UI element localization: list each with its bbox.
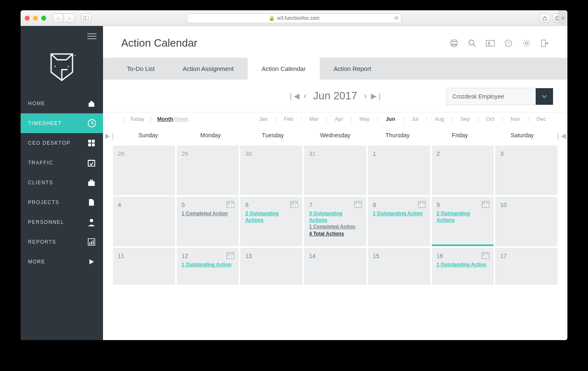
calendar-cell[interactable]: 51 Completed Action: [177, 197, 239, 246]
sidebar-item-label: REPORTS: [28, 239, 56, 245]
sidebar-item-timesheet[interactable]: TIMESHEET: [21, 113, 103, 133]
action-link[interactable]: 1 Completed Action: [182, 211, 234, 217]
action-link[interactable]: 1 Completed Action: [309, 224, 361, 230]
sidebar-item-traffic[interactable]: TRAFFIC: [21, 153, 103, 173]
month-link-feb[interactable]: Feb: [276, 116, 300, 122]
sidebar-item-more[interactable]: MORE: [21, 252, 103, 272]
logout-icon[interactable]: [540, 39, 549, 48]
next-month-button[interactable]: ›: [364, 91, 367, 101]
calendar-cell[interactable]: 11: [113, 248, 175, 285]
play-icon: [87, 258, 96, 266]
svg-line-38: [529, 45, 529, 46]
contact-card-icon[interactable]: [486, 39, 495, 48]
close-window-button[interactable]: [25, 16, 30, 21]
bar-chart-icon[interactable]: [418, 201, 426, 208]
calendar-cell[interactable]: 73 Outstanding Actions1 Completed Action…: [304, 197, 366, 246]
bar-chart-icon[interactable]: [354, 201, 362, 208]
month-link-aug[interactable]: Aug: [427, 116, 452, 122]
calendar-cell[interactable]: 4: [113, 197, 175, 246]
calendar-cell[interactable]: 62 Outstanding Actions: [240, 197, 302, 246]
print-icon[interactable]: [450, 39, 459, 48]
search-icon[interactable]: [468, 39, 477, 48]
month-view-link[interactable]: Month: [157, 116, 173, 122]
action-link[interactable]: 2 Outstanding Actions: [437, 211, 489, 223]
forward-button[interactable]: ›: [64, 14, 75, 23]
employee-select-value: Crozdesk Employee: [447, 93, 536, 100]
action-link[interactable]: 1 Outstanding Action: [373, 211, 425, 217]
calendar-cell[interactable]: 161 Outstanding Action: [432, 248, 494, 285]
calendar-cell[interactable]: 10: [495, 197, 558, 246]
help-icon[interactable]: ?: [504, 39, 513, 48]
svg-line-27: [473, 45, 476, 47]
new-tab-button[interactable]: +: [558, 10, 567, 26]
svg-rect-10: [92, 140, 95, 143]
month-link-apr[interactable]: Apr: [328, 116, 351, 122]
back-button[interactable]: ‹: [53, 14, 63, 23]
week-view-link[interactable]: Week: [175, 116, 188, 122]
day-number: 5: [182, 202, 234, 208]
last-month-button[interactable]: ▶❘: [371, 92, 383, 101]
calendar-header: ▶❘ SundayMondayTuesdayWednesdayThursdayF…: [103, 128, 567, 146]
sidebar-toggle-button[interactable]: [81, 14, 91, 23]
calendar-cell[interactable]: 1: [368, 146, 430, 195]
calendar-cell[interactable]: 2: [432, 146, 494, 195]
calendar-cell[interactable]: 121 Outstanding Action: [177, 248, 239, 285]
month-link-nov[interactable]: Nov: [503, 116, 527, 122]
sidebar-item-clients[interactable]: CLIENTS: [21, 173, 103, 193]
bar-chart-icon[interactable]: [290, 201, 298, 208]
month-link-jun[interactable]: Jun: [378, 116, 403, 122]
calendar-cell[interactable]: 14: [304, 248, 366, 285]
calendar-cell[interactable]: 29: [177, 146, 239, 195]
today-link[interactable]: Today: [130, 116, 144, 122]
tab-action-calendar[interactable]: Action Calendar: [248, 58, 320, 80]
calendar-cell[interactable]: 28: [113, 146, 175, 195]
calendar-cell[interactable]: 3: [495, 146, 558, 195]
tab-to-do-list[interactable]: To-Do List: [113, 58, 169, 80]
settings-icon[interactable]: [522, 39, 531, 48]
month-link-mar[interactable]: Mar: [302, 116, 326, 122]
tab-action-assignment[interactable]: Action Assignment: [169, 58, 248, 80]
sidebar-item-projects[interactable]: PROJECTS: [21, 193, 103, 212]
month-link-sep[interactable]: Sep: [453, 116, 477, 122]
calendar-cell[interactable]: 30: [240, 146, 302, 195]
employee-select[interactable]: Crozdesk Employee: [446, 88, 553, 105]
scroll-right-icon[interactable]: ❘◀: [553, 132, 567, 140]
share-button[interactable]: [539, 14, 550, 23]
first-month-button[interactable]: ❘◀: [288, 92, 300, 101]
action-link[interactable]: 1 Outstanding Action: [437, 262, 489, 268]
month-link-jul[interactable]: Jul: [404, 116, 426, 122]
action-link[interactable]: 4 Total Actions: [309, 231, 361, 237]
month-link-jan[interactable]: Jan: [252, 116, 275, 122]
minimize-window-button[interactable]: [33, 16, 38, 21]
bar-chart-icon[interactable]: [226, 252, 234, 259]
calendar-cell[interactable]: 15: [368, 248, 430, 285]
day-number: 30: [245, 150, 298, 157]
reload-icon[interactable]: ⟳: [394, 15, 398, 21]
action-link[interactable]: 2 Outstanding Actions: [245, 211, 298, 223]
sidebar-item-reports[interactable]: REPORTS: [21, 232, 103, 252]
bar-chart-icon[interactable]: [226, 201, 234, 208]
bar-chart-icon[interactable]: [481, 201, 490, 208]
calendar-cell[interactable]: 81 Outstanding Action: [368, 197, 430, 246]
calendar-cell[interactable]: 17: [495, 248, 558, 285]
month-link-dec[interactable]: Dec: [529, 116, 553, 122]
sidebar-item-personnel[interactable]: PERSONNEL: [21, 212, 103, 232]
sidebar-item-home[interactable]: HOME: [21, 94, 103, 113]
maximize-window-button[interactable]: [41, 16, 46, 21]
prev-month-button[interactable]: ‹: [304, 91, 307, 101]
month-link-oct[interactable]: Oct: [479, 116, 502, 122]
month-link-may[interactable]: May: [352, 116, 377, 122]
calendar-cell[interactable]: 13: [240, 248, 302, 285]
scroll-left-icon[interactable]: ▶❘: [103, 132, 117, 140]
lock-icon: 🔒: [269, 15, 275, 21]
tab-action-report[interactable]: Action Report: [320, 58, 385, 80]
action-link[interactable]: 3 Outstanding Actions: [309, 211, 361, 223]
tabs-bar: To-Do ListAction AssignmentAction Calend…: [103, 58, 567, 80]
calendar-cell[interactable]: 31: [304, 146, 366, 195]
url-bar[interactable]: 🔒 w3.functionfox.com ⟳: [187, 13, 401, 23]
bar-chart-icon[interactable]: [481, 252, 490, 259]
calendar-cell[interactable]: 92 Outstanding Actions: [432, 197, 494, 246]
hamburger-menu[interactable]: [81, 26, 103, 47]
sidebar-item-ceo-desktop[interactable]: CEO DESKTOP: [21, 133, 103, 153]
action-link[interactable]: 1 Outstanding Action: [182, 262, 234, 268]
